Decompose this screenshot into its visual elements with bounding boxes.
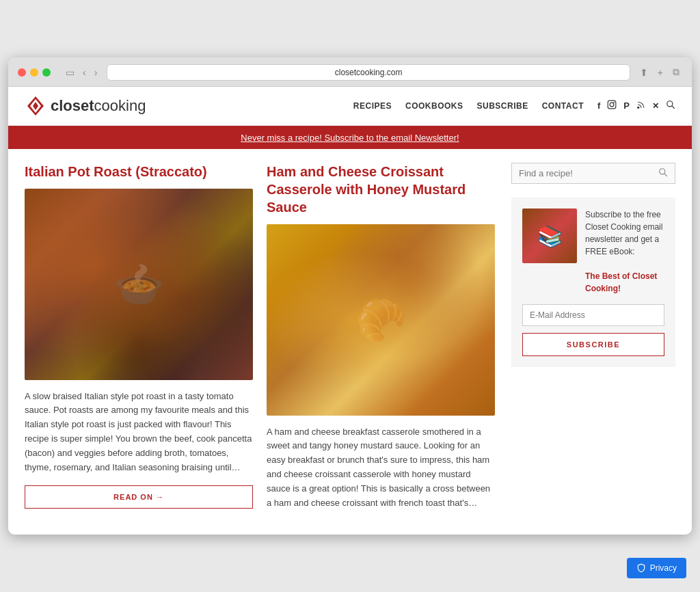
article-desc-1: A slow braised Italian style pot roast i… xyxy=(25,390,253,475)
logo-icon xyxy=(25,95,46,117)
browser-titlebar: ▭ ‹ › closetcooking.com ⬆ + ⧉ xyxy=(8,57,692,87)
search-button[interactable] xyxy=(658,167,668,179)
book-title: The Best of Closet Cooking! xyxy=(585,271,657,293)
pinterest-icon[interactable]: P xyxy=(623,100,630,111)
privacy-icon xyxy=(636,563,646,573)
nav-recipes[interactable]: RECIPES xyxy=(353,101,392,111)
traffic-lights xyxy=(18,68,51,77)
ebook-cover-image xyxy=(522,208,577,263)
sidebar: Subscribe to the free Closet Cooking ema… xyxy=(511,163,675,522)
svg-point-5 xyxy=(614,102,615,103)
svg-line-10 xyxy=(664,173,667,176)
subscribe-button[interactable]: SUBSCRIBE xyxy=(522,333,664,356)
site-header: closetcooking RECIPES COOKBOOKS SUBSCRIB… xyxy=(8,87,692,126)
browser-nav: ▭ ‹ › xyxy=(63,66,100,79)
close-button[interactable] xyxy=(18,68,26,77)
maximize-button[interactable] xyxy=(42,68,51,77)
article-title-1: Italian Pot Roast (Straccato) xyxy=(25,163,253,180)
new-tab-icon[interactable]: + xyxy=(655,65,666,79)
nav-subscribe[interactable]: SUBSCRIBE xyxy=(477,101,528,111)
facebook-icon[interactable]: f xyxy=(597,100,600,111)
newsletter-banner-link[interactable]: Never miss a recipe! Subscribe to the em… xyxy=(241,133,459,143)
email-input[interactable] xyxy=(522,304,664,326)
search-input[interactable] xyxy=(519,168,658,178)
svg-point-4 xyxy=(610,103,614,107)
twitter-x-icon[interactable]: ✕ xyxy=(652,101,659,111)
main-container: Italian Pot Roast (Straccato) A slow bra… xyxy=(8,149,692,535)
nav-back-button[interactable]: ‹ xyxy=(80,66,89,79)
svg-point-9 xyxy=(660,168,665,174)
svg-point-6 xyxy=(637,106,639,108)
nav-sidebar-icon[interactable]: ▭ xyxy=(63,66,77,79)
rss-icon[interactable] xyxy=(636,100,645,111)
page-content: closetcooking RECIPES COOKBOOKS SUBSCRIB… xyxy=(8,87,692,535)
article-item-2: Ham and Cheese Croissant Casserole with … xyxy=(267,163,495,522)
main-nav: RECIPES COOKBOOKS SUBSCRIBE CONTACT f P … xyxy=(353,100,675,111)
address-bar[interactable]: closetcooking.com xyxy=(107,64,630,81)
article-item-1: Italian Pot Roast (Straccato) A slow bra… xyxy=(25,163,253,522)
article-image-2 xyxy=(267,224,495,416)
search-nav-icon[interactable] xyxy=(666,100,675,111)
read-on-button-1[interactable]: READ ON → xyxy=(25,485,253,509)
instagram-icon[interactable] xyxy=(607,100,617,111)
nav-contact[interactable]: CONTACT xyxy=(542,101,584,111)
article-image-1 xyxy=(25,189,253,380)
widget-book-cover: Subscribe to the free Closet Cooking ema… xyxy=(522,208,664,295)
svg-rect-3 xyxy=(608,100,616,109)
nav-social: f P ✕ xyxy=(597,100,675,111)
logo-text: closetcooking xyxy=(51,97,146,115)
content-area: Italian Pot Roast (Straccato) A slow bra… xyxy=(25,163,495,522)
svg-point-7 xyxy=(667,101,673,107)
newsletter-banner: Never miss a recipe! Subscribe to the em… xyxy=(8,126,692,149)
nav-cookbooks[interactable]: COOKBOOKS xyxy=(405,101,463,111)
browser-actions: ⬆ + ⧉ xyxy=(637,65,682,79)
newsletter-widget: Subscribe to the free Closet Cooking ema… xyxy=(511,198,675,367)
article-desc-2: A ham and cheese breakfast casserole smo… xyxy=(267,425,495,511)
article-title-2: Ham and Cheese Croissant Casserole with … xyxy=(267,163,495,216)
share-icon[interactable]: ⬆ xyxy=(637,65,651,79)
site-logo[interactable]: closetcooking xyxy=(25,95,146,117)
privacy-button[interactable]: Privacy xyxy=(627,558,686,578)
nav-forward-button[interactable]: › xyxy=(92,66,100,79)
svg-line-8 xyxy=(672,106,675,109)
widget-description: Subscribe to the free Closet Cooking ema… xyxy=(585,208,664,295)
tabs-icon[interactable]: ⧉ xyxy=(670,65,682,79)
search-box[interactable] xyxy=(511,163,675,184)
privacy-label: Privacy xyxy=(650,563,677,573)
minimize-button[interactable] xyxy=(30,68,38,77)
